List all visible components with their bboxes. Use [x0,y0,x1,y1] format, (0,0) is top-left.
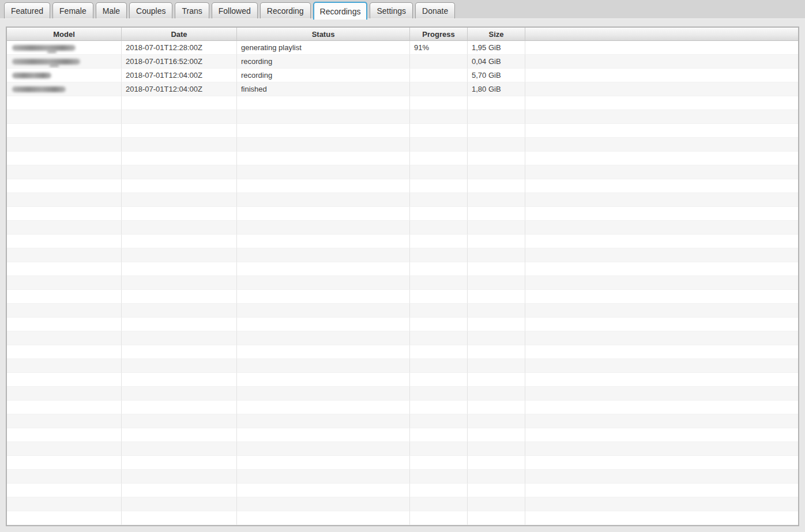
tab-male[interactable]: Male [96,2,127,18]
empty-cell [410,248,468,262]
column-header-model[interactable]: Model [7,28,122,41]
empty-cell [468,138,525,152]
empty-cell [122,484,237,497]
empty-cell [468,428,525,442]
empty-cell [410,359,468,373]
empty-cell [468,193,525,207]
empty-cell [237,470,410,484]
tab-recording[interactable]: Recording [260,2,311,18]
recording-row[interactable]: 2018-07-01T12:04:00Z finished 1,80 GiB [7,82,798,96]
empty-cell [468,373,525,387]
empty-cell [122,179,237,193]
empty-cell [468,470,525,484]
empty-cell [468,96,525,110]
tab-female[interactable]: Female [52,2,93,18]
progress-cell [410,55,468,69]
empty-cell [468,401,525,414]
empty-cell [468,511,525,525]
empty-cell [7,152,122,165]
empty-cell [122,387,237,401]
size-cell: 1,80 GiB [468,82,525,96]
empty-cell [525,414,798,428]
empty-cell [7,138,122,152]
recording-row[interactable]: 2018-07-01T12:04:00Z recording 5,70 GiB [7,69,798,82]
empty-cell [525,428,798,442]
empty-cell [410,221,468,235]
tab-trans[interactable]: Trans [175,2,209,18]
recording-row[interactable]: 2018-07-01T12:28:00Z generating playlist… [7,41,798,55]
empty-cell [525,124,798,138]
empty-cell [122,359,237,373]
date-cell: 2018-07-01T12:04:00Z [122,82,237,96]
empty-cell [7,511,122,525]
empty-cell [468,152,525,165]
empty-cell [122,193,237,207]
empty-cell [468,456,525,470]
empty-cell [7,470,122,484]
empty-row [7,387,798,401]
tab-recordings[interactable]: Recordings [313,2,368,20]
empty-cell [410,456,468,470]
empty-cell [122,373,237,387]
empty-cell [237,235,410,248]
empty-cell [525,262,798,276]
empty-cell [410,428,468,442]
empty-cell [410,179,468,193]
empty-cell [122,152,237,165]
empty-row [7,221,798,235]
column-header-status[interactable]: Status [237,28,410,41]
recording-row[interactable]: 2018-07-01T16:52:00Z recording 0,04 GiB [7,55,798,69]
empty-cell [410,470,468,484]
empty-cell [7,318,122,331]
empty-cell [468,359,525,373]
empty-cell [410,497,468,511]
empty-cell [525,497,798,511]
status-cell: generating playlist [237,41,410,55]
model-name-redacted [12,45,76,51]
model-name-redacted [12,86,66,92]
empty-row [7,138,798,152]
empty-cell [410,152,468,165]
tab-featured[interactable]: Featured [4,2,50,18]
empty-cell [468,221,525,235]
tab-followed[interactable]: Followed [212,2,258,18]
empty-cell [7,345,122,359]
status-cell: finished [237,82,410,96]
empty-cell [525,484,798,497]
empty-cell [237,110,410,124]
empty-row [7,304,798,318]
size-cell: 5,70 GiB [468,69,525,82]
empty-cell [122,138,237,152]
column-header-extra [525,28,798,41]
empty-cell [122,304,237,318]
tab-settings[interactable]: Settings [370,2,413,18]
tab-donate[interactable]: Donate [415,2,455,18]
column-header-size[interactable]: Size [468,28,525,41]
model-name-redacted [12,73,51,78]
empty-cell [525,152,798,165]
column-header-date[interactable]: Date [122,28,237,41]
empty-cell [7,387,122,401]
tab-couples[interactable]: Couples [129,2,172,18]
empty-cell [122,345,237,359]
empty-cell [122,331,237,345]
recordings-table: Model Date Status Progress Size 2018-07-… [6,27,799,526]
column-header-progress[interactable]: Progress [410,28,468,41]
empty-cell [122,470,237,484]
empty-row [7,235,798,248]
empty-row [7,359,798,373]
empty-cell [237,179,410,193]
empty-cell [237,193,410,207]
empty-cell [525,304,798,318]
empty-cell [468,304,525,318]
empty-cell [7,414,122,428]
empty-cell [7,193,122,207]
empty-cell [7,484,122,497]
empty-cell [237,152,410,165]
empty-row [7,373,798,387]
empty-cell [410,345,468,359]
empty-cell [410,165,468,179]
empty-row [7,331,798,345]
empty-cell [410,387,468,401]
empty-cell [7,497,122,511]
